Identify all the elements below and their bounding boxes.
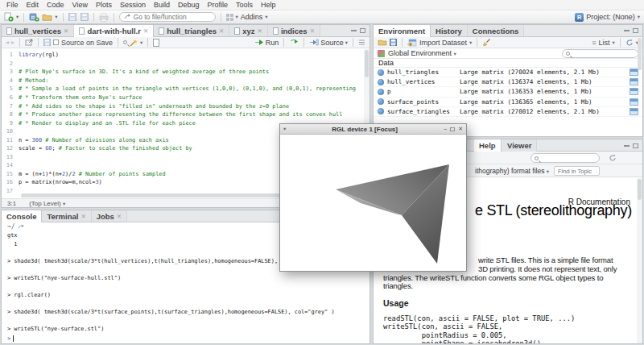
environment-tab-connections[interactable]: Connections <box>468 25 525 36</box>
help-search-box[interactable] <box>530 153 600 163</box>
open-in-files-icon[interactable] <box>18 224 24 230</box>
console-tab-console[interactable]: Console <box>2 210 42 222</box>
menu-tools[interactable]: Tools <box>232 1 257 9</box>
environment-object-row[interactable]: surface_trianglesLarge matrix (270012 el… <box>374 107 642 117</box>
environment-object-row[interactable]: hull_trianglesLarge matrix (270024 eleme… <box>374 68 642 77</box>
console-tab-terminal[interactable]: Terminal✕ <box>42 210 91 222</box>
new-file-caret-icon[interactable]: ▾ <box>16 14 19 20</box>
menu-build[interactable]: Build <box>150 1 174 9</box>
rerun-icon[interactable] <box>289 39 299 46</box>
object-summary: Large matrix (136374 elements, 1 Mb) <box>460 78 630 85</box>
environment-object-row[interactable]: hull_verticesLarge matrix (136374 elemen… <box>374 77 642 87</box>
addins-grid-caret-icon[interactable]: ▾ <box>236 14 238 20</box>
save-icon[interactable] <box>68 13 76 21</box>
compile-report-icon[interactable] <box>153 39 159 47</box>
close-tab-icon[interactable]: ✕ <box>219 27 224 35</box>
addins-caret-icon[interactable]: ▾ <box>265 14 267 20</box>
environment-scrollbar[interactable] <box>638 38 642 135</box>
goto-file-search[interactable] <box>119 12 216 22</box>
maximize-pane-icon[interactable] <box>360 28 365 33</box>
minimize-pane-icon[interactable] <box>624 145 630 147</box>
help-refresh-icon[interactable] <box>609 154 617 162</box>
menu-edit[interactable]: Edit <box>23 1 43 9</box>
source-on-save-checkbox[interactable] <box>53 39 59 45</box>
source-tab-hull_triangles[interactable]: hull_triangles✕ <box>154 25 229 36</box>
menu-plots[interactable]: Plots <box>92 1 116 9</box>
menu-profile[interactable]: Profile <box>204 1 233 9</box>
environment-scope-selector[interactable]: Global Environment ▾ <box>388 49 456 57</box>
print-icon[interactable] <box>99 13 109 22</box>
environment-object-row[interactable]: surface_pointsLarge matrix (136365 eleme… <box>374 98 642 107</box>
find-replace-icon[interactable] <box>123 40 127 44</box>
window-maximize-icon[interactable] <box>450 127 455 131</box>
window-close-icon[interactable]: ✕ <box>458 126 463 132</box>
environment-object-row[interactable]: pLarge matrix (136353 elements, 1 Mb) <box>374 87 642 97</box>
window-minimize-icon[interactable]: − <box>444 127 447 132</box>
popout-window-icon[interactable] <box>25 39 33 46</box>
environment-tab-history[interactable]: History <box>431 25 468 36</box>
maximize-pane-icon[interactable] <box>633 28 638 33</box>
new-file-icon[interactable] <box>4 12 14 22</box>
source-button[interactable]: Source ▾ <box>309 39 348 47</box>
project-caret-icon[interactable]: ▾ <box>638 14 640 20</box>
minimize-pane-icon[interactable] <box>351 30 357 31</box>
close-tab-icon[interactable]: ✕ <box>310 27 315 35</box>
help-scrollbar[interactable] <box>637 178 642 343</box>
rgl-device-window[interactable]: ▾ RGL device 1 [Focus] − ✕ <box>279 123 467 272</box>
source-tab-xyz[interactable]: xyz✕ <box>229 25 268 36</box>
rgl-window-titlebar[interactable]: ▾ RGL device 1 [Focus] − ✕ <box>280 124 466 135</box>
help-tab-help[interactable]: Help <box>474 139 502 152</box>
close-tab-icon[interactable]: ✕ <box>117 213 122 220</box>
open-file-icon[interactable] <box>42 13 52 21</box>
code-tools-caret-icon[interactable]: ▾ <box>140 39 142 46</box>
menu-view[interactable]: View <box>68 1 92 9</box>
close-tab-icon[interactable]: ✕ <box>143 27 148 35</box>
source-tab-indices[interactable]: indices✕ <box>268 25 320 36</box>
list-view-button[interactable]: List <box>598 39 609 47</box>
close-tab-icon[interactable]: ✕ <box>64 27 68 35</box>
environment-search[interactable] <box>562 49 638 58</box>
import-dataset-caret-icon[interactable]: ▾ <box>469 39 472 46</box>
goto-file-input[interactable] <box>134 13 211 21</box>
rgl-3d-dart-render[interactable] <box>280 135 466 271</box>
minimize-pane-icon[interactable] <box>624 30 630 31</box>
code-tools-wand-icon[interactable] <box>130 39 138 47</box>
console-tab-jobs[interactable]: Jobs✕ <box>92 210 127 222</box>
run-button[interactable]: Run <box>254 39 279 47</box>
new-project-icon[interactable]: R <box>29 12 39 22</box>
close-tab-icon[interactable]: ✕ <box>80 213 85 220</box>
document-outline-icon[interactable] <box>358 39 365 46</box>
scope-selector[interactable]: (Top Level) ▾ <box>29 200 65 207</box>
addins-button[interactable]: Addins <box>241 13 263 21</box>
menu-session[interactable]: Session <box>116 1 150 9</box>
console-prompt-line[interactable]: > <box>7 335 369 343</box>
menu-code[interactable]: Code <box>43 1 68 9</box>
open-file-caret-icon[interactable]: ▾ <box>55 14 57 20</box>
source-tab-dart-with-hull.r[interactable]: dart-with-hull.r✕ <box>74 25 154 37</box>
clear-workspace-broom-icon[interactable] <box>482 38 491 47</box>
list-view-caret-icon[interactable]: ▾ <box>612 39 614 46</box>
addins-grid-icon[interactable] <box>226 14 233 21</box>
environment-tab-environment[interactable]: Environment <box>374 25 431 37</box>
back-icon[interactable]: ◂ <box>6 39 9 46</box>
close-tab-icon[interactable]: ✕ <box>258 27 262 35</box>
code-text: m = (n+1)*(n+2)/2 # Number of points sam… <box>19 171 166 177</box>
maximize-pane-icon[interactable] <box>633 143 638 148</box>
menu-help[interactable]: Help <box>257 1 280 9</box>
import-dataset-button[interactable]: Import Dataset <box>419 39 467 47</box>
refresh-icon[interactable] <box>625 39 634 47</box>
environment-scope-row: Global Environment ▾ <box>374 48 642 59</box>
menu-file[interactable]: File <box>2 1 23 9</box>
save-workspace-icon[interactable] <box>390 39 397 46</box>
project-menu-button[interactable]: Project: (None) <box>586 13 635 21</box>
forward-icon[interactable]: ▸ <box>11 39 14 46</box>
help-topic-dropdown[interactable]: ithography) format files ▾ <box>475 167 549 175</box>
load-workspace-icon[interactable] <box>378 39 387 46</box>
source-tab-hull_vertices[interactable]: hull_vertices✕ <box>2 25 74 36</box>
save-all-icon[interactable] <box>79 13 89 21</box>
help-tab-viewer[interactable]: Viewer <box>502 139 537 152</box>
menu-debug[interactable]: Debug <box>174 1 204 9</box>
save-icon[interactable] <box>43 39 51 46</box>
project-icon: R <box>575 13 584 22</box>
find-in-topic-input[interactable] <box>554 166 600 176</box>
